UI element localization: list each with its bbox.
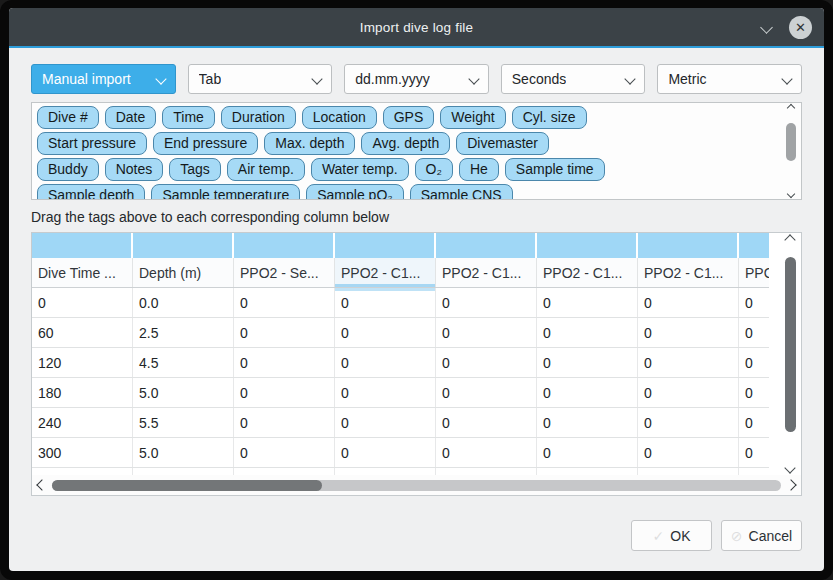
tag-weight[interactable]: Weight — [440, 106, 505, 129]
drop-target-cell[interactable] — [234, 233, 335, 258]
table-cell[interactable]: 0 — [234, 408, 335, 437]
close-window-button[interactable]: ✕ — [789, 16, 812, 39]
table-cell[interactable]: 0 — [436, 408, 537, 437]
tag-sample-time[interactable]: Sample time — [505, 158, 605, 181]
tag-duration[interactable]: Duration — [221, 106, 296, 129]
table-cell[interactable]: 0 — [739, 348, 769, 377]
column-header[interactable]: PPO2 - C1... — [335, 258, 436, 287]
table-cell[interactable]: 0 — [436, 288, 537, 317]
scroll-down-icon[interactable] — [784, 462, 795, 473]
table-cell[interactable]: 0 — [638, 288, 739, 317]
table-cell[interactable]: 0 — [638, 348, 739, 377]
table-cell[interactable]: 0 — [638, 408, 739, 437]
table-cell[interactable]: 0 — [335, 438, 436, 467]
tag-divemaster[interactable]: Divemaster — [456, 132, 549, 155]
drop-target-cell[interactable] — [436, 233, 537, 258]
tag-water-temp[interactable]: Water temp. — [311, 158, 409, 181]
table-cell[interactable]: 0 — [537, 318, 638, 347]
table-cell[interactable]: 120 — [32, 348, 133, 377]
tag-end-pressure[interactable]: End pressure — [153, 132, 258, 155]
table-cell[interactable]: 300 — [32, 438, 133, 467]
table-cell[interactable]: 5.0 — [133, 378, 234, 407]
table-cell[interactable]: 0.0 — [133, 288, 234, 317]
scroll-left-icon[interactable] — [36, 479, 47, 490]
titlebar[interactable]: Import dive log file ✕ — [9, 8, 824, 46]
table-cell[interactable]: 0 — [436, 348, 537, 377]
tag-start-pressure[interactable]: Start pressure — [37, 132, 147, 155]
tag-air-temp[interactable]: Air temp. — [227, 158, 305, 181]
table-cell[interactable]: 0 — [436, 438, 537, 467]
table-cell[interactable]: 0 — [335, 288, 436, 317]
tag-sample-temperature[interactable]: Sample temperature — [151, 184, 300, 200]
table-cell[interactable]: 5.5 — [133, 408, 234, 437]
tag-max-depth[interactable]: Max. depth — [264, 132, 355, 155]
table-cell[interactable]: 0 — [234, 378, 335, 407]
table-scroll-track[interactable] — [785, 247, 795, 461]
table-cell[interactable]: 0 — [638, 438, 739, 467]
table-cell[interactable]: 0 — [335, 348, 436, 377]
tag-avg-depth[interactable]: Avg. depth — [361, 132, 450, 155]
tag-sample-depth[interactable]: Sample depth — [37, 184, 145, 200]
column-header[interactable]: PPO2 — [739, 258, 769, 287]
combo-dd-mm-yyyy[interactable]: dd.mm.yyyy — [344, 64, 489, 94]
combo-seconds[interactable]: Seconds — [501, 64, 646, 94]
scroll-down-icon[interactable] — [787, 190, 795, 198]
table-cell[interactable]: 240 — [32, 408, 133, 437]
ok-button[interactable]: ✓ OK — [631, 520, 712, 551]
table-cell[interactable]: 0 — [234, 288, 335, 317]
table-cell[interactable]: 0 — [436, 318, 537, 347]
drop-target-cell[interactable] — [335, 233, 436, 258]
table-cell[interactable]: 0 — [638, 378, 739, 407]
tags-scroll-thumb[interactable] — [786, 123, 796, 161]
table-cell[interactable]: 4.5 — [133, 348, 234, 377]
drop-target-cell[interactable] — [537, 233, 638, 258]
column-header[interactable]: Dive Time ... — [32, 258, 133, 287]
table-cell[interactable]: 0 — [537, 438, 638, 467]
drop-target-cell[interactable] — [133, 233, 234, 258]
tags-vertical-scrollbar[interactable] — [783, 105, 799, 197]
tag-time[interactable]: Time — [162, 106, 215, 129]
table-cell[interactable]: 2.5 — [133, 318, 234, 347]
scroll-up-icon[interactable] — [787, 104, 795, 112]
tag-notes[interactable]: Notes — [105, 158, 164, 181]
table-cell[interactable]: 0 — [335, 408, 436, 437]
table-scroll-thumb[interactable] — [785, 257, 796, 432]
table-cell[interactable]: 0 — [436, 378, 537, 407]
table-horizontal-scrollbar[interactable] — [32, 475, 801, 495]
table-cell[interactable]: 0 — [739, 288, 769, 317]
table-cell[interactable]: 0 — [234, 438, 335, 467]
tag-o[interactable]: O₂ — [415, 158, 453, 181]
table-cell[interactable]: 0 — [537, 378, 638, 407]
table-cell[interactable]: 60 — [32, 318, 133, 347]
tag-dive[interactable]: Dive # — [37, 106, 99, 129]
table-cell[interactable]: 0 — [32, 288, 133, 317]
scroll-up-icon[interactable] — [784, 234, 795, 245]
combo-tab[interactable]: Tab — [188, 64, 333, 94]
hscroll-track[interactable] — [52, 480, 781, 491]
cancel-button[interactable]: ⊘ Cancel — [721, 520, 802, 551]
drop-target-cell[interactable] — [739, 233, 769, 258]
hscroll-thumb[interactable] — [52, 480, 322, 491]
table-cell[interactable]: 180 — [32, 378, 133, 407]
tag-cyl-size[interactable]: Cyl. size — [512, 106, 587, 129]
scroll-right-icon[interactable] — [785, 479, 796, 490]
tag-sample-po[interactable]: Sample pO₂ — [306, 184, 403, 200]
table-cell[interactable]: 0 — [234, 318, 335, 347]
tag-date[interactable]: Date — [105, 106, 157, 129]
column-header[interactable]: PPO2 - C1... — [436, 258, 537, 287]
tag-tags[interactable]: Tags — [169, 158, 221, 181]
table-cell[interactable]: 0 — [739, 318, 769, 347]
table-cell[interactable]: 0 — [739, 408, 769, 437]
column-header[interactable]: PPO2 - C1... — [638, 258, 739, 287]
combo-manual-import[interactable]: Manual import — [31, 64, 176, 94]
tags-scroll-track[interactable] — [786, 114, 796, 188]
table-cell[interactable]: 0 — [739, 438, 769, 467]
table-cell[interactable]: 0 — [335, 318, 436, 347]
tag-buddy[interactable]: Buddy — [37, 158, 99, 181]
table-cell[interactable]: 0 — [638, 318, 739, 347]
drop-target-cell[interactable] — [638, 233, 739, 258]
table-cell[interactable]: 0 — [537, 408, 638, 437]
table-cell[interactable]: 5.0 — [133, 438, 234, 467]
tag-location[interactable]: Location — [302, 106, 377, 129]
table-vertical-scrollbar[interactable] — [780, 236, 800, 472]
